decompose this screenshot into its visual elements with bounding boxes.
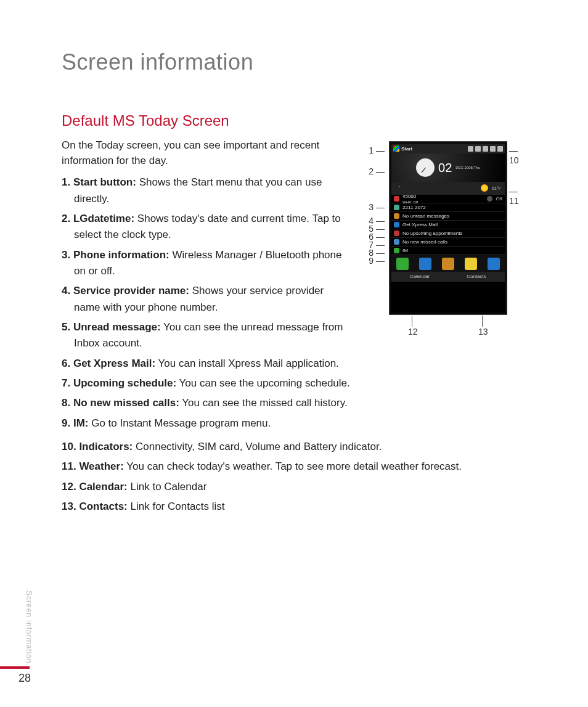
- item-term: Service provider name:: [73, 285, 189, 296]
- list-item: 9. IM: Go to Instant Message program men…: [62, 415, 351, 431]
- volume-icon: [483, 146, 488, 152]
- envelope-icon: [394, 213, 399, 219]
- clock-dial-icon: [416, 158, 435, 177]
- callout-12: 12: [408, 327, 418, 337]
- item-num: 5.: [62, 321, 70, 333]
- item-term: Contacts:: [79, 501, 127, 512]
- item-term: LGdatetime:: [73, 213, 134, 224]
- list-item: 1. Start button: Shows the Start menu th…: [62, 174, 351, 207]
- phone-row: No new missed calls: [391, 237, 505, 246]
- item-num: 13.: [62, 501, 76, 512]
- clock-date: DEC 2008,Thu: [455, 166, 480, 170]
- phone-statusbar: Start: [391, 144, 505, 153]
- item-num: 4.: [62, 285, 70, 296]
- list-item: 10. Indicators: Connectivity, SIM card, …: [62, 439, 526, 455]
- phone-row: 45000Wi-Fi: Off Off: [391, 194, 505, 203]
- signal-icon: [475, 146, 481, 152]
- browser-app-icon: [419, 258, 431, 270]
- clock-time: 02: [438, 161, 452, 175]
- list-item: 8. No new missed calls: You can see the …: [62, 395, 351, 411]
- side-label: Screen information: [25, 591, 33, 664]
- phone-icon: [394, 205, 399, 210]
- accent-bar: [0, 666, 30, 669]
- item-num: 6.: [62, 358, 70, 369]
- callout-13: 13: [478, 327, 488, 337]
- favorites-app-icon: [465, 258, 477, 270]
- chevron-up-icon: ⌃: [398, 186, 401, 190]
- item-num: 3.: [62, 249, 70, 261]
- item-term: Start button:: [73, 176, 136, 188]
- im-icon: [394, 248, 399, 253]
- calendar-icon: [394, 231, 399, 236]
- item-num: 12.: [62, 481, 76, 492]
- item-num: 7.: [62, 377, 70, 389]
- page-number: 28: [18, 672, 31, 685]
- item-desc: You can see the upcoming schedule.: [176, 377, 350, 389]
- list-item: 6. Get Xpress Mail: You can install Xpre…: [62, 356, 351, 372]
- start-button-label: Start: [401, 146, 412, 152]
- close-icon: [497, 146, 503, 152]
- phone-row: No unread messages: [391, 211, 505, 220]
- list-item: 5. Unread message: You can see the unrea…: [62, 319, 351, 352]
- callout-9: 9 —: [366, 256, 385, 266]
- intro-text: On the Today screen, you can see importa…: [62, 138, 351, 168]
- list-item: 3. Phone information: Wireless Manager /…: [62, 247, 351, 280]
- list-item: 13. Contacts: Link for Contacts list: [62, 499, 526, 515]
- item-term: Weather:: [79, 460, 123, 472]
- list-item: 4. Service provider name: Shows your ser…: [62, 283, 351, 316]
- more-app-icon: [488, 258, 500, 270]
- phone-launcher: [391, 255, 505, 272]
- item-desc: You can install Xpress Mail application.: [155, 358, 339, 369]
- item-term: Indicators:: [79, 441, 133, 452]
- phone-row: 2211 2072: [391, 203, 505, 211]
- phone-app-icon: [396, 258, 409, 270]
- phone-row: IM: [391, 246, 505, 255]
- bluetooth-icon: [487, 196, 492, 202]
- signal-icon: [468, 146, 473, 152]
- item-desc: You can check today's weather. Tap to se…: [124, 460, 462, 472]
- item-desc: Link for Contacts list: [128, 501, 225, 512]
- weather-temp: 61°F: [492, 186, 501, 190]
- list-item: 11. Weather: You can check today's weath…: [62, 459, 526, 475]
- callout-1: 1 —: [366, 145, 385, 155]
- item-num: 1.: [62, 176, 70, 188]
- callout-2: 2 —: [366, 166, 385, 176]
- mail-icon: [394, 222, 399, 227]
- callout-11: — 11: [509, 186, 528, 206]
- item-num: 11.: [62, 460, 76, 472]
- item-desc: Connectivity, SIM card, Volume and Batte…: [133, 441, 382, 452]
- windows-flag-icon: [393, 145, 399, 152]
- item-term: No new missed calls:: [73, 397, 179, 409]
- phone-screenshot: 1 — 2 — 3 — 4 — 5 — 6 — 7 — 8 — 9 — — 10…: [366, 142, 526, 339]
- list-item: 2. LGdatetime: Shows today's date and cu…: [62, 211, 351, 243]
- section-title: Default MS Today Screen: [62, 112, 526, 129]
- item-desc: You can see the missed call history.: [179, 397, 348, 409]
- globe-icon: [394, 196, 399, 202]
- item-num: 2.: [62, 213, 70, 224]
- item-desc: Go to Instant Message program menu.: [88, 417, 271, 429]
- sun-icon: [481, 184, 488, 192]
- item-desc: Link to Calendar: [128, 481, 207, 492]
- item-term: Upcoming schedule:: [73, 377, 176, 389]
- item-term: Calendar:: [79, 481, 127, 492]
- phone-weather-row: ⌃ 61°F: [391, 182, 505, 194]
- page-title: Screen information: [62, 49, 526, 75]
- item-num: 10.: [62, 441, 76, 452]
- phone-row: Get Xpress Mail: [391, 220, 505, 229]
- item-term: IM:: [73, 417, 89, 429]
- phone-softkeys: Calendar Contacts: [391, 272, 505, 282]
- item-num: 9.: [62, 417, 70, 429]
- list-item: 7. Upcoming schedule: You can see the up…: [62, 375, 351, 391]
- item-term: Unread message:: [73, 321, 161, 333]
- phone-icon: [394, 239, 399, 245]
- item-num: 8.: [62, 397, 70, 409]
- softkey-left: Calendar: [391, 272, 448, 282]
- item-term: Get Xpress Mail:: [73, 358, 155, 369]
- mail-app-icon: [442, 258, 454, 270]
- battery-icon: [490, 146, 496, 152]
- callout-3: 3 —: [366, 202, 385, 212]
- list-item: 12. Calendar: Link to Calendar: [62, 479, 526, 495]
- phone-row: No upcoming appointments: [391, 229, 505, 237]
- callout-10: — 10: [509, 145, 528, 165]
- softkey-right: Contacts: [448, 272, 505, 282]
